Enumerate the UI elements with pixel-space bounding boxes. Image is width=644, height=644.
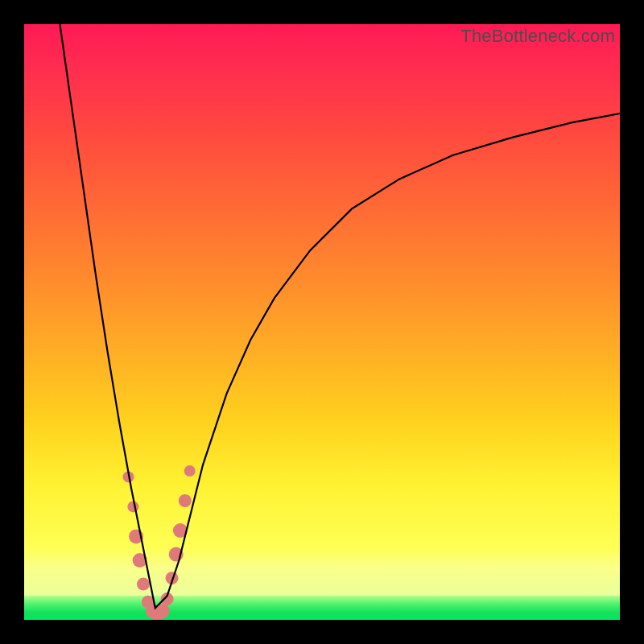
plot-area: TheBottleneck.com <box>24 24 620 620</box>
markers-group <box>123 465 196 620</box>
outer-frame: TheBottleneck.com <box>0 0 644 644</box>
bottleneck-curve <box>60 24 620 608</box>
chart-svg <box>24 24 620 620</box>
data-point-marker <box>137 578 150 591</box>
data-point-marker <box>127 501 138 512</box>
data-point-marker <box>179 494 192 507</box>
watermark-text: TheBottleneck.com <box>460 26 615 47</box>
data-point-marker <box>184 465 196 477</box>
